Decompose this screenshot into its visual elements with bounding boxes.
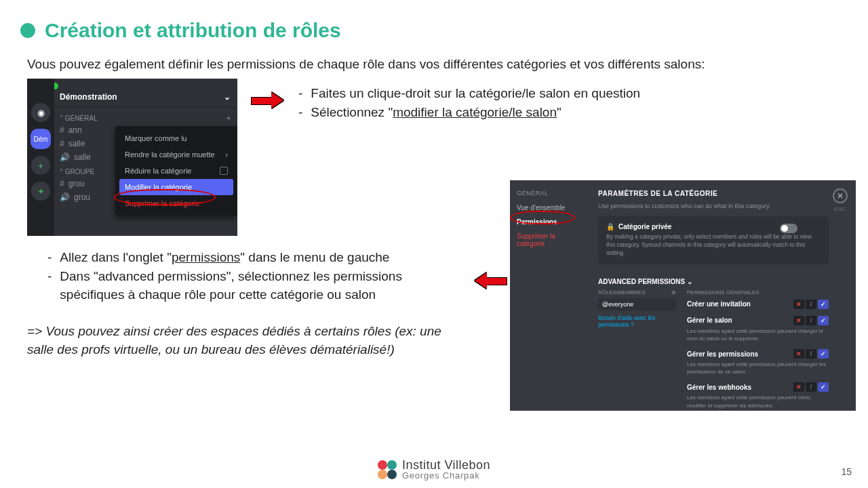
category-label: GÉNÉRAL xyxy=(65,115,98,122)
server-name: Démonstration xyxy=(60,92,117,102)
sidebar-item-delete[interactable]: Supprimer la catégorie xyxy=(517,229,585,251)
permission-toggle[interactable]: ✕/✓ xyxy=(793,349,829,359)
permission-title: Gérer les webhooks xyxy=(687,384,751,391)
close-button[interactable]: ✕ xyxy=(833,188,848,203)
permission-title: Gérer les permissions xyxy=(687,350,758,358)
chevron-down-icon: ⌄ xyxy=(224,92,231,102)
menu-item-edit-category[interactable]: Modifier la catégorie xyxy=(119,179,233,195)
explore-icon: ✦ xyxy=(31,182,50,201)
esc-label: ESC xyxy=(835,206,846,212)
institute-logo-icon xyxy=(378,460,397,479)
discord-context-menu-screenshot: ◉ Dém + ✦ Démonstration ⌄ # ˅ GÉNÉRAL + … xyxy=(27,79,237,236)
permission-row: Gérer le salon ✕/✓ Les membres ayant cet… xyxy=(687,316,829,342)
permissions-header: PERMISSIONS GÉNÉRALES xyxy=(687,289,829,300)
footer: Institut Villebon Georges Charpak xyxy=(0,459,868,480)
private-title: Catégorie privée xyxy=(618,223,671,230)
sidebar-item-permissions[interactable]: Permissions xyxy=(517,215,585,229)
category-general: ˅ GÉNÉRAL + xyxy=(60,110,237,123)
permission-description: Les membres ayant cette permission peuve… xyxy=(687,359,829,375)
permission-row: Gérer les webhooks ✕/✓ Les membres ayant… xyxy=(687,382,829,409)
context-menu: Marquer comme lu Rendre la catégorie mue… xyxy=(115,126,237,216)
permission-title: Créer une invitation xyxy=(687,300,751,308)
chevron-right-icon: › xyxy=(225,150,228,159)
instructions-list-1: Faites un clique-droit sur la catégorie/… xyxy=(298,79,640,121)
private-toggle[interactable] xyxy=(780,224,797,233)
plus-icon: + xyxy=(226,115,231,122)
intro-text: Vous pouvez également définir les permis… xyxy=(0,42,868,79)
window-traffic-lights xyxy=(27,79,237,92)
server-name-header: Démonstration ⌄ # xyxy=(27,92,237,108)
permission-description: Les membres ayant cette permission peuve… xyxy=(687,392,829,409)
page-number: 15 xyxy=(841,466,852,477)
panel-description: Use permissions to customize who can do … xyxy=(598,203,829,216)
menu-item-delete-category[interactable]: Supprimer la catégorie xyxy=(119,195,233,211)
roles-column: RÔLES/MEMBRES⊕ @everyone Besoin d'aide a… xyxy=(598,289,676,411)
permission-row: Créer une invitation ✕/✓ xyxy=(687,300,829,309)
instruction-item: Dans "advanced permissions", sélectionne… xyxy=(60,267,461,304)
slide-title: Création et attribution de rôles xyxy=(45,19,341,42)
slide-title-row: Création et attribution de rôles xyxy=(0,0,868,42)
server-badge: Dém xyxy=(31,129,51,149)
advanced-permissions-header: ADVANCED PERMISSIONS ⌄ xyxy=(598,274,829,289)
roles-header: RÔLES/MEMBRES xyxy=(598,289,646,296)
conclusion-text: => Vous pouvez ainsi créer des espaces d… xyxy=(27,304,461,359)
sidebar-section-header: GÉNÉRAL xyxy=(517,190,585,201)
instructions-list-2: Allez dans l'onglet "permissions" dans l… xyxy=(27,248,461,359)
menu-item-mute[interactable]: Rendre la catégorie muette› xyxy=(119,146,233,163)
arrow-right-icon xyxy=(251,92,285,108)
permission-toggle[interactable]: ✕/✓ xyxy=(793,300,829,309)
menu-item-collapse[interactable]: Réduire la catégorie xyxy=(119,163,233,179)
discord-permissions-screenshot: GÉNÉRAL Vue d'ensemble Permissions Suppr… xyxy=(510,180,856,411)
private-description: By making a category private, only selec… xyxy=(606,230,821,258)
institute-line1: Institut Villebon xyxy=(402,459,490,471)
settings-sidebar: GÉNÉRAL Vue d'ensemble Permissions Suppr… xyxy=(510,180,591,411)
permission-description: Les membres ayant cette permission peuve… xyxy=(687,325,829,342)
lock-icon: 🔒 xyxy=(606,223,614,230)
institute-line2: Georges Charpak xyxy=(402,471,490,480)
permissions-column: PERMISSIONS GÉNÉRALES Créer une invitati… xyxy=(687,289,829,411)
instruction-item: Sélectionnez "modifier la catégorie/le s… xyxy=(311,103,561,122)
role-chip-everyone[interactable]: @everyone xyxy=(598,298,676,310)
discord-server-rail: ◉ Dém + ✦ xyxy=(27,79,54,236)
menu-item-mark-read[interactable]: Marquer comme lu xyxy=(119,130,233,146)
institute-name: Institut Villebon Georges Charpak xyxy=(402,459,490,480)
title-bullet-dot xyxy=(20,23,35,38)
add-role-icon[interactable]: ⊕ xyxy=(671,289,676,296)
instruction-item: Faites un clique-droit sur la catégorie/… xyxy=(311,84,640,103)
category-label: GROUPE xyxy=(65,168,94,176)
permission-title: Gérer le salon xyxy=(687,317,732,324)
sidebar-item-overview[interactable]: Vue d'ensemble xyxy=(517,201,585,215)
checkbox-icon xyxy=(220,167,228,175)
panel-title: PARAMÈTRES DE LA CATÉGORIE xyxy=(598,190,829,203)
discord-logo-icon: ◉ xyxy=(31,103,50,122)
chevron-down-icon: ⌄ xyxy=(687,278,692,285)
permissions-help-link[interactable]: Besoin d'aide avec les permissions ? xyxy=(598,314,676,328)
instruction-item: Allez dans l'onglet "permissions" dans l… xyxy=(60,248,389,267)
permission-toggle[interactable]: ✕/✓ xyxy=(793,382,829,392)
add-server-icon: + xyxy=(31,156,50,175)
permission-toggle[interactable]: ✕/✓ xyxy=(793,316,829,325)
permission-row: Gérer les permissions ✕/✓ Les membres ay… xyxy=(687,349,829,375)
arrow-left-icon xyxy=(473,272,507,289)
